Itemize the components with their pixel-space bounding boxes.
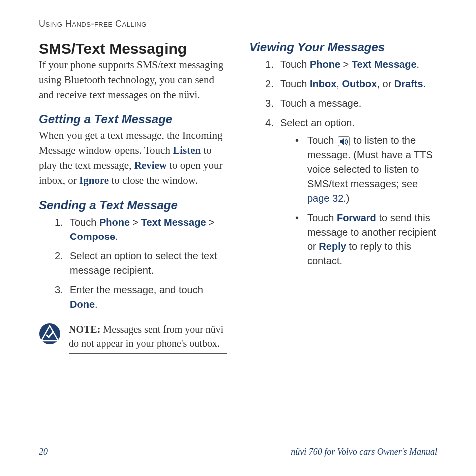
text-message-link: Text Message — [141, 217, 206, 228]
phone-link: Phone — [99, 217, 130, 228]
sending-heading: Sending a Text Message — [39, 198, 227, 212]
note-label: NOTE: — [69, 324, 100, 335]
sending-steps: Touch Phone > Text Message > Compose. Se… — [55, 215, 227, 312]
checkmark-triangle-icon — [39, 323, 61, 345]
viewing-heading: Viewing Your Messages — [249, 40, 437, 54]
inbox-link: Inbox — [310, 78, 336, 89]
page-32-link[interactable]: page 32 — [307, 193, 343, 204]
left-column: SMS/Text Messaging If your phone support… — [39, 40, 227, 354]
page-header: Using Hands-free Calling — [39, 19, 437, 31]
viewing-bullets: Touch to listen to the message. (Must ha… — [295, 133, 437, 268]
done-link: Done — [70, 299, 95, 310]
getting-paragraph: When you get a text message, the Incomin… — [39, 128, 227, 188]
listen-link: Listen — [173, 144, 201, 156]
phone-link-2: Phone — [310, 59, 340, 70]
forward-link: Forward — [337, 212, 376, 223]
page-number: 20 — [39, 447, 48, 457]
getting-heading: Getting a Text Message — [39, 112, 227, 126]
viewing-step-1: Touch Phone > Text Message. — [265, 57, 437, 72]
viewing-step-4: Select an option. Touch to listen to the… — [265, 116, 437, 268]
drafts-link: Drafts — [394, 78, 423, 89]
sending-step-3: Enter the message, and touch Done. — [55, 283, 227, 312]
ignore-link: Ignore — [79, 174, 109, 186]
note-text: NOTE: Messages sent from your nüvi do no… — [69, 320, 227, 354]
speaker-icon — [338, 136, 350, 146]
review-link: Review — [134, 159, 167, 171]
intro-paragraph: If your phone supports SMS/text messagin… — [39, 58, 227, 102]
manual-title: nüvi 760 for Volvo cars Owner's Manual — [291, 447, 437, 457]
bullet-listen: Touch to listen to the message. (Must ha… — [295, 133, 437, 206]
reply-link: Reply — [319, 241, 346, 252]
right-column: Viewing Your Messages Touch Phone > Text… — [249, 40, 437, 354]
outbox-link: Outbox — [342, 78, 377, 89]
svg-marker-2 — [340, 138, 344, 145]
main-title: SMS/Text Messaging — [39, 40, 227, 57]
sending-step-1: Touch Phone > Text Message > Compose. — [55, 215, 227, 244]
viewing-step-3: Touch a message. — [265, 96, 437, 111]
content-columns: SMS/Text Messaging If your phone support… — [39, 40, 437, 354]
sending-step-2: Select an option to select the text mess… — [55, 249, 227, 278]
text-message-link-2: Text Message — [352, 59, 417, 70]
note-block: NOTE: Messages sent from your nüvi do no… — [39, 320, 227, 354]
page-footer: 20 nüvi 760 for Volvo cars Owner's Manua… — [39, 447, 437, 457]
compose-link: Compose — [70, 231, 115, 242]
bullet-forward: Touch Forward to send this message to an… — [295, 211, 437, 268]
viewing-step-2: Touch Inbox, Outbox, or Drafts. — [265, 77, 437, 91]
viewing-steps: Touch Phone > Text Message. Touch Inbox,… — [265, 57, 437, 268]
